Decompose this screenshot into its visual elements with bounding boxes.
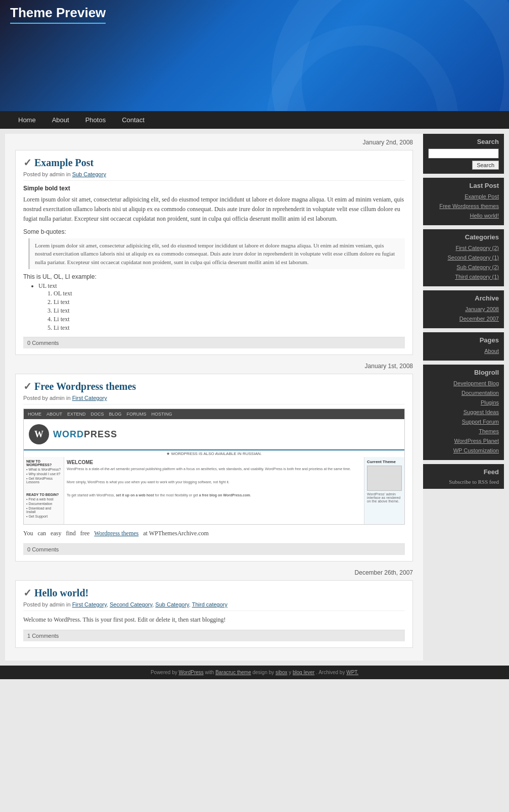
list-item: January 2008 — [428, 305, 499, 313]
post-body-1: Lorem ipsum dolor sit amet, consectetur … — [23, 195, 405, 224]
wp-right-mini: Current Theme WordPress' admin interface… — [364, 457, 404, 524]
category-link-4[interactable]: Third category (1) — [455, 274, 499, 280]
last-post-link-2[interactable]: Free Wordpress themes — [439, 203, 499, 209]
post-meta-1: Posted by admin in Sub Category — [23, 171, 405, 181]
archive-link-2[interactable]: December 2007 — [459, 316, 499, 322]
list-item: Example Post — [428, 192, 499, 200]
pages-heading: Pages — [428, 336, 499, 344]
category-link-2[interactable]: Second Category (1) — [448, 255, 499, 261]
footer-theme-link[interactable]: Baracruc theme — [215, 670, 251, 675]
list-item: Li text — [54, 324, 405, 332]
pages-list: About — [428, 347, 499, 355]
search-heading: Search — [428, 138, 499, 145]
archive-heading: Archive — [428, 294, 499, 302]
categories-list: First Category (2) Second Category (1) S… — [428, 244, 499, 281]
footer-design-text: design by — [253, 670, 276, 675]
nav-about[interactable]: About — [44, 111, 77, 129]
post-category-3c[interactable]: Sub Category — [155, 601, 189, 607]
free-text-2: You can easy find free Wordpress themes … — [23, 529, 405, 538]
footer-sibox-link[interactable]: sibox — [275, 670, 287, 675]
list-item: Plugins — [428, 398, 499, 407]
footer-wordpress-link[interactable]: WordPress — [179, 670, 204, 675]
post-date-2: January 1st, 2008 — [15, 363, 413, 370]
post-3: Hello world! Posted by admin in First Ca… — [15, 580, 413, 648]
blogroll-link-5[interactable]: Support Forum — [462, 419, 499, 425]
footer-blog-link[interactable]: blog lever — [293, 670, 314, 675]
post-title-3: Hello world! — [23, 587, 405, 599]
archive-list: January 2008 December 2007 — [428, 305, 499, 323]
sidebar: Search Search Last Post Example Post Fre… — [423, 134, 504, 661]
wp-logo-area: W WordPress — [24, 419, 404, 449]
list-item: WordPress Planet — [428, 437, 499, 445]
list-item: First Category (2) — [428, 244, 499, 252]
post-date-1: January 2nd, 2008 — [15, 139, 413, 146]
nav-photos[interactable]: Photos — [77, 111, 114, 129]
last-post-link-1[interactable]: Example Post — [465, 193, 499, 199]
sidebar-pages-section: Pages About — [423, 332, 504, 361]
last-post-link-3[interactable]: Hello world! — [470, 213, 499, 219]
rss-link[interactable]: Subscribe to RSS feed — [449, 479, 499, 485]
blogroll-link-7[interactable]: WordPress Planet — [454, 438, 499, 444]
blogroll-heading: Blogroll — [428, 369, 499, 376]
last-posts-list: Example Post Free Wordpress themes Hello… — [428, 192, 499, 220]
post-1: Example Post Posted by admin in Sub Cate… — [15, 150, 413, 355]
footer-archived-text: . Archived by — [316, 670, 346, 675]
post-2: Free Wordpress themes Posted by admin in… — [15, 374, 413, 562]
wordpress-themes-link[interactable]: Wordpress themes — [94, 530, 138, 537]
sidebar-categories-section: Categories First Category (2) Second Cat… — [423, 229, 504, 286]
post-category-2[interactable]: First Category — [72, 395, 107, 401]
search-input[interactable] — [428, 148, 499, 159]
post-title-2: Free Wordpress themes — [23, 380, 405, 392]
nav-home[interactable]: Home — [10, 111, 44, 129]
nav-contact[interactable]: Contact — [114, 111, 153, 129]
list-item: OL text — [54, 290, 405, 297]
wp-available-text: ★ WORDPRESS IS ALSO AVAILABLE IN RUSSIAN… — [24, 450, 404, 457]
list-item: Third category (1) — [428, 273, 499, 281]
sidebar-search-section: Search Search — [423, 134, 504, 174]
sidebar-archive-section: Archive January 2008 December 2007 — [423, 290, 504, 328]
blogroll-link-1[interactable]: Development Blog — [453, 380, 499, 386]
wordpress-screenshot: HOMEABOUTEXTENDDOCSBLOGFORUMSHOSTING W W… — [23, 409, 405, 525]
page-link-about[interactable]: About — [484, 348, 499, 354]
last-post-heading: Last Post — [428, 182, 499, 189]
feed-heading: Feed — [428, 468, 499, 476]
search-button[interactable]: Search — [472, 161, 499, 170]
blogroll-list: Development Blog Documentation Plugins S… — [428, 379, 499, 454]
post-category-3d[interactable]: Third category — [192, 601, 227, 607]
post-date-3: December 26th, 2007 — [15, 569, 413, 576]
blockquote-label-1: Some b-quotes: — [23, 228, 405, 235]
footer-powered-text: Powered by — [151, 670, 179, 675]
list-item: Li text — [54, 298, 405, 306]
blogroll-link-2[interactable]: Documentation — [461, 390, 499, 396]
list-item: Li text — [54, 316, 405, 323]
archive-link-1[interactable]: January 2008 — [465, 306, 499, 312]
wp-sidebar-mini: NEW TO WORDPRESS? • What is WordPress? •… — [24, 457, 64, 524]
blogroll-link-6[interactable]: Themes — [479, 428, 499, 434]
post-bold-text-1: Simple bold text — [23, 185, 405, 192]
list-item: Hello world! — [428, 212, 499, 220]
sidebar-blogroll-section: Blogroll Development Blog Documentation … — [423, 365, 504, 460]
blogroll-link-3[interactable]: Plugins — [481, 399, 499, 405]
site-title: Theme Preview — [10, 5, 106, 24]
post-category-1[interactable]: Sub Category — [72, 171, 106, 177]
category-link-1[interactable]: First Category (2) — [455, 245, 499, 251]
ul-list-1: UL text OL text Li text Li text Li text … — [38, 282, 405, 332]
wp-logo-icon: W — [29, 424, 49, 444]
search-box: Search — [428, 148, 499, 170]
blogroll-link-8[interactable]: WP Customization — [453, 447, 499, 453]
wp-body: NEW TO WORDPRESS? • What is WordPress? •… — [24, 457, 404, 524]
list-item: Development Blog — [428, 379, 499, 387]
post-category-3a[interactable]: First Category — [72, 601, 107, 607]
site-header: Theme Preview — [0, 0, 509, 111]
footer-wpt-link[interactable]: WPT. — [346, 670, 358, 675]
category-link-3[interactable]: Sub Category (2) — [456, 264, 499, 270]
list-item: About — [428, 347, 499, 355]
list-item: WP Customization — [428, 446, 499, 454]
list-item: Themes — [428, 427, 499, 435]
post-category-3b[interactable]: Second Category — [110, 601, 152, 607]
comments-bar-2: 0 Comments — [23, 543, 405, 555]
content-wrapper: January 2nd, 2008 Example Post Posted by… — [0, 129, 509, 666]
blogroll-link-4[interactable]: Suggest Ideas — [464, 409, 499, 415]
wp-top-bar: HOMEABOUTEXTENDDOCSBLOGFORUMSHOSTING — [24, 409, 404, 419]
post-title-1: Example Post — [23, 157, 405, 169]
